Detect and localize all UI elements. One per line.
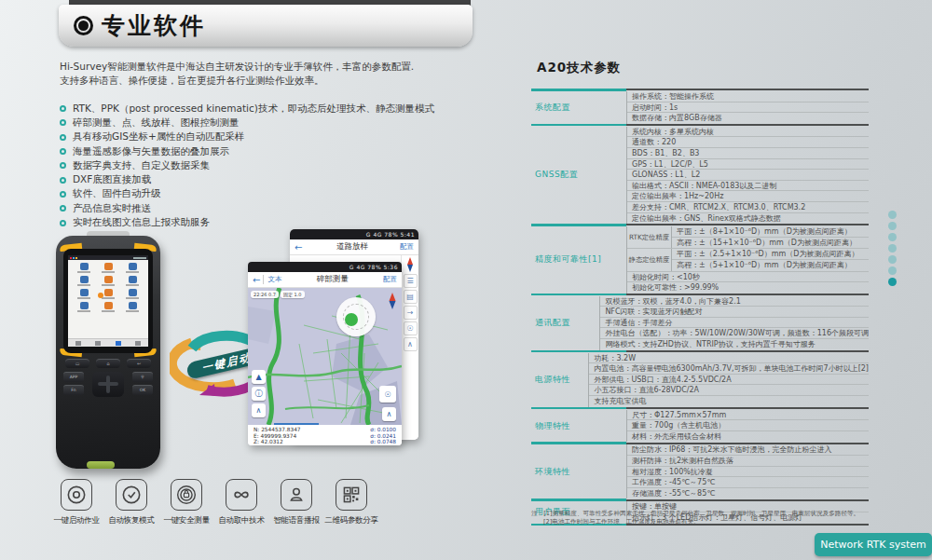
app-label-bar	[77, 271, 90, 273]
pagination-dot[interactable]	[888, 222, 897, 230]
bullet-text: 碎部测量、点、线放样、图根控制测量	[73, 116, 240, 130]
spec-group: 系统配置操作系统：智能操作系统启动时间：1s数据存储：内置8GB存储器	[531, 91, 869, 124]
app-key[interactable]: APP	[63, 372, 84, 382]
spec-row: 相对湿度：100%抗冷凝	[627, 467, 869, 478]
safety-icon	[171, 479, 202, 511]
pagination-dot[interactable]	[888, 255, 897, 264]
bullseye-icon	[74, 16, 93, 35]
separator-dark-segment	[626, 89, 869, 90]
controller-app-icon[interactable]	[96, 276, 120, 286]
pagination-dot[interactable]	[888, 278, 897, 286]
feature-item: 一键启动作业	[52, 479, 101, 526]
controller-app-icon[interactable]	[120, 302, 144, 312]
dpad[interactable]	[92, 372, 124, 397]
controller-app-icon[interactable]	[120, 276, 144, 286]
spec-value-column: 操作系统：智能操作系统启动时间：1s数据存储：内置8GB存储器	[626, 91, 869, 124]
spec-category-label: GNSS配置	[531, 127, 626, 224]
feature-item: 自动恢复模式	[107, 479, 156, 526]
spec-category-label: 通讯配置	[531, 296, 599, 350]
image-layer-icon[interactable]: ▤	[404, 290, 418, 304]
sigma-line: σ: 0.0241	[370, 433, 396, 440]
menu-key[interactable]: ▭	[65, 359, 89, 368]
pagination-dot[interactable]	[888, 233, 897, 241]
controller-app-icon[interactable]	[72, 302, 96, 312]
feature-item: 二维码参数分享	[327, 479, 376, 526]
collapse-chevrons-icon[interactable]: ∧	[404, 337, 418, 351]
intro-text: Hi-Survey智能测量软件是中海达自主研发设计的专业手簿软件，丰富的参数配置…	[60, 60, 479, 88]
sigma-line: σ: 0.0748	[370, 439, 396, 445]
controller-app-icon[interactable]	[72, 263, 96, 273]
back-arrow-icon[interactable]: ←	[253, 275, 260, 285]
app-glyph	[104, 289, 113, 296]
bullet-ring-icon	[60, 134, 66, 141]
phone-front-config-button[interactable]: 配置	[383, 275, 397, 284]
survey-map[interactable]: 22:26 0.7固定 1.0 ▲ ⓘ ∧ ☉ ∧	[248, 288, 402, 425]
phone-back-title: 道路放样	[305, 241, 400, 253]
spec-row: BDS：B1、B2、B3	[627, 148, 869, 159]
feature-label: 自动恢复模式	[108, 515, 154, 526]
position-target	[336, 297, 376, 336]
controller-hardware-keys: ▭ ⌂ ↩	[65, 359, 151, 368]
back-key[interactable]: ↩	[127, 359, 151, 368]
spec-row: 通道数：220	[627, 137, 869, 148]
app-label-bar	[77, 297, 90, 299]
bullet-ring-icon	[60, 191, 66, 198]
spec-row: 内置电池：高容量锂电池6300mAh/3.7V,可拆卸，单块电池工作时间7小时以…	[589, 363, 869, 375]
controller-app-icon[interactable]	[120, 289, 144, 299]
network-rtk-banner[interactable]: Network RTK system	[815, 533, 932, 556]
controller-app-icon[interactable]	[72, 276, 96, 286]
spec-row-nested: 静态定位精度平面：±（2.5+1×10⁻⁶D）mm（D为被测点间距离）高程：±（…	[627, 249, 869, 271]
separator-dark-segment	[626, 407, 869, 409]
separator-dark-segment	[626, 294, 869, 295]
list-item: RTK、PPK（post processed kinematic)技术，即动态后…	[60, 102, 488, 116]
text-mode-button[interactable]: 文本	[263, 275, 281, 284]
spec-value-column: 防尘防水：IP68；可抗2米水下临时浸泡，完全防止粉尘进入测杆防摔：抗2米测杆自…	[626, 444, 869, 499]
controller-app-icon[interactable]	[120, 263, 144, 273]
feature-bullet-list: RTK、PPK（post processed kinematic)技术，即动态后…	[60, 102, 488, 230]
route-arrow-icon[interactable]: →	[404, 306, 418, 320]
bullet-ring-icon	[60, 105, 66, 112]
spec-subrows: 平面：±（2.5+1×10⁻⁶D）mm（D为被测点间距离）高程：±（5+1×10…	[672, 249, 869, 270]
north-arrow-button[interactable]: ▲	[252, 370, 266, 384]
green-key[interactable]	[87, 461, 115, 469]
home-key[interactable]: ⌂	[96, 359, 120, 368]
light-key[interactable]: ⚲	[132, 372, 153, 382]
spec-row: 网络模式：支持ZHD协议、NTRIP协议，支持内置千寻知寸服务	[600, 339, 869, 350]
phone-back-config-button[interactable]: 配置	[400, 242, 414, 252]
spec-row: 外挂电台（选配）：功率：5W/10W/20W/30W可调，频道数：116个频段可…	[600, 328, 869, 339]
spec-subcategory-label: RTK定位精度	[627, 226, 672, 248]
fn-key[interactable]: Fn	[63, 385, 84, 395]
coordinate-line: N: 2544537.8347	[254, 427, 301, 433]
controller-app-icon[interactable]	[96, 263, 120, 273]
bullet-text: 具有移动GIS坐标+属性的自动匹配采样	[73, 130, 244, 143]
pagination-dot[interactable]	[888, 211, 897, 219]
collapse-left-button[interactable]: ∧	[252, 403, 266, 417]
feature-item: 一键安全测量	[162, 479, 211, 526]
spec-group: 环境特性防尘防水：IP68；可抗2米水下临时浸泡，完全防止粉尘进入测杆防摔：抗2…	[531, 444, 869, 499]
compass-icon[interactable]	[405, 257, 415, 272]
controller-body: ▭ ⌂ ↩ APP Fn ⚲ OK	[56, 236, 160, 469]
layers-list-icon[interactable]: ☰	[404, 274, 418, 288]
controller-app-icon[interactable]	[96, 302, 120, 312]
controller-app-icon[interactable]	[72, 289, 96, 299]
power-led	[98, 293, 103, 298]
back-arrow-icon[interactable]: ←	[295, 242, 302, 253]
spec-row: NFC闪联：实现蓝牙闪触配对	[600, 307, 869, 318]
spec-row: GPS：L1、L2C/P、L5	[627, 159, 869, 171]
spec-category-label: 系统配置	[531, 91, 626, 124]
bullet-text: 数据字典支持、自定义数据采集	[73, 159, 210, 172]
ok-key[interactable]: OK	[132, 385, 153, 395]
collapse-right-button[interactable]: ∧	[382, 407, 396, 421]
app-glyph	[104, 302, 113, 309]
info-button[interactable]: ⓘ	[252, 387, 266, 401]
pagination-dot[interactable]	[888, 244, 897, 253]
app-label-bar	[126, 310, 139, 312]
list-item: 具有移动GIS坐标+属性的自动匹配采样	[60, 130, 488, 144]
compass-icon[interactable]	[388, 293, 397, 309]
bulb-button[interactable]: ☉	[379, 386, 396, 403]
separator-dark-segment	[626, 499, 869, 501]
spec-category-label: 精度和可靠性[1]	[531, 226, 626, 294]
pagination-dot[interactable]	[888, 266, 897, 275]
bulb-icon[interactable]: ☉	[404, 321, 418, 335]
list-item: 产品信息实时推送	[60, 201, 488, 215]
